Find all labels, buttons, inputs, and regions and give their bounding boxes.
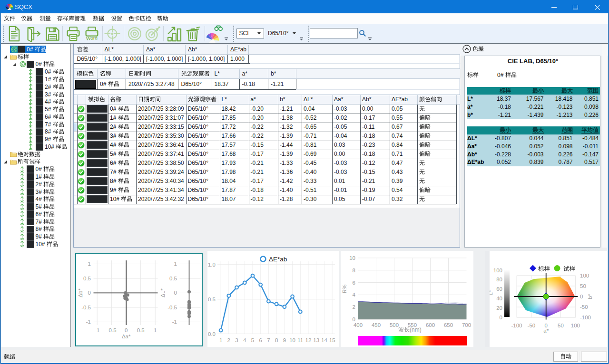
svg-text:-1: -1 [172,319,177,325]
svg-text:-1: -1 [95,327,99,333]
svg-text:-0.5: -0.5 [167,305,177,310]
svg-text:8: 8 [275,337,277,343]
svg-text:0: 0 [353,316,355,322]
svg-text:600: 600 [426,322,435,328]
svg-text:450: 450 [372,322,381,328]
svg-text:10: 10 [289,337,295,343]
svg-text:13: 13 [313,337,319,343]
svg-text:12: 12 [305,337,311,343]
svg-text:5: 5 [251,337,254,343]
svg-text:0: 0 [544,322,547,328]
svg-text:9: 9 [283,337,285,343]
svg-text:0.5: 0.5 [169,276,177,281]
svg-text:Δa*: Δa* [121,334,130,339]
svg-text:100: 100 [493,267,502,273]
svg-text:650: 650 [444,322,453,328]
svg-text:a*: a* [543,328,549,334]
svg-text:11: 11 [297,337,303,343]
svg-text:50: 50 [580,283,586,288]
svg-text:-0.5: -0.5 [107,327,116,333]
svg-text:100: 100 [580,272,589,278]
svg-text:4: 4 [353,292,356,297]
svg-text:6: 6 [353,279,355,285]
svg-text:ΔL*: ΔL* [160,288,166,297]
svg-text:b*: b* [587,294,593,299]
svg-text:15: 15 [329,337,335,343]
svg-text:0: 0 [580,294,583,299]
svg-text:14: 14 [321,337,327,343]
svg-text:2: 2 [227,337,230,343]
svg-text:7: 7 [267,337,270,343]
svg-text:-50: -50 [528,322,536,328]
svg-text:Δb*: Δb* [78,288,83,297]
svg-text:-100: -100 [580,315,591,320]
svg-text:-1: -1 [86,319,90,325]
svg-text:Word: Word [86,35,98,41]
svg-text:700: 700 [462,322,471,328]
svg-text:-100: -100 [511,322,522,328]
svg-text:0.5: 0.5 [208,296,216,302]
svg-text:0: 0 [124,327,127,333]
svg-text:1: 1 [88,261,90,267]
svg-text:40: 40 [496,295,502,301]
svg-text:6: 6 [259,337,262,343]
svg-text:-0.5: -0.5 [81,305,91,310]
svg-text:ΔE*ab: ΔE*ab [269,255,287,262]
svg-text:0: 0 [174,290,177,296]
svg-text:0.0: 0.0 [208,331,216,336]
svg-text:50: 50 [558,322,564,328]
svg-text:0: 0 [500,314,502,320]
svg-text:2: 2 [353,304,355,310]
svg-text:L*: L* [490,290,493,295]
svg-text:60: 60 [496,286,502,292]
svg-text:80: 80 [496,277,502,282]
svg-text:1.0: 1.0 [208,261,216,267]
svg-text:100: 100 [571,322,580,328]
svg-text:1: 1 [219,337,222,343]
svg-text:8: 8 [353,267,355,273]
svg-text:10: 10 [349,255,355,260]
svg-text:0: 0 [88,290,90,296]
svg-text:20: 20 [496,305,502,310]
svg-text:-50: -50 [580,304,588,310]
svg-text:500: 500 [390,322,399,328]
svg-text:1: 1 [174,261,177,267]
svg-text:R%: R% [342,284,347,293]
svg-text:0.5: 0.5 [137,327,144,333]
svg-text:4: 4 [243,337,246,343]
svg-text:1: 1 [153,327,156,333]
svg-text:3: 3 [235,337,238,343]
svg-text:0.5: 0.5 [83,276,91,281]
svg-text:400: 400 [354,322,363,328]
